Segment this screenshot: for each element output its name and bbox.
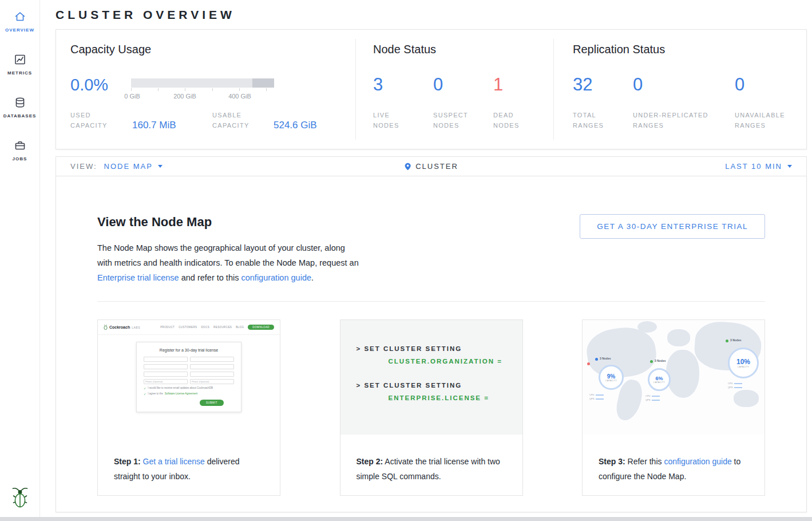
cluster-summary-card: Capacity Usage 0.0% 0 GiB 200 GiB 400 Gi… xyxy=(56,29,807,149)
cockroach-labs-mini-logo: CockroachLABS xyxy=(104,325,140,330)
page-bottom-edge xyxy=(0,517,812,521)
used-capacity-value: 160.7 MiB xyxy=(132,120,212,131)
usable-capacity-value: 524.6 GiB xyxy=(274,120,317,131)
sidebar-item-metrics[interactable]: METRICS xyxy=(0,53,39,76)
cockroachdb-logo xyxy=(11,486,29,512)
sidebar-item-label: JOBS xyxy=(13,156,27,161)
cluster-breadcrumb[interactable]: CLUSTER xyxy=(404,162,458,171)
axis-tick-label: 200 GiB xyxy=(173,93,196,100)
capacity-gauge: 6% CAPACITY xyxy=(648,368,671,391)
configuration-guide-link[interactable]: configuration guide xyxy=(664,457,731,466)
database-icon xyxy=(14,96,26,109)
trial-signup-screenshot: CockroachLABS PRODUCT CUSTOMERS DOCS RES… xyxy=(98,320,280,435)
capacity-gauge: 10% CAPACITY xyxy=(728,348,759,378)
usable-capacity-label: USABLECAPACITY xyxy=(212,110,274,131)
enterprise-trial-license-link[interactable]: Enterprise trial license xyxy=(97,273,179,282)
admin-ui: OVERVIEW METRICS DATABASES JOBS xyxy=(0,0,812,521)
chevron-down-icon xyxy=(787,165,792,168)
mini-site-nav: PRODUCT CUSTOMERS DOCS RESOURCES BLOG DO… xyxy=(160,325,274,330)
main-content: CLUSTER OVERVIEW Capacity Usage 0.0% 0 G… xyxy=(40,0,812,521)
step-3-caption: Step 3: Refer this configuration guide t… xyxy=(583,435,765,484)
total-ranges-stat: 32 TOTALRANGES xyxy=(573,76,633,131)
sql-commands-snippet: > SET CLUSTER SETTING CLUSTER.ORGANIZATI… xyxy=(340,320,522,435)
sidebar-item-overview[interactable]: OVERVIEW xyxy=(0,10,39,33)
view-bar: VIEW: NODE MAP CLUSTER LAST 10 MIN xyxy=(56,156,807,176)
capacity-bar-reserved-segment xyxy=(252,78,274,88)
view-selector-dropdown[interactable]: NODE MAP xyxy=(104,162,163,171)
live-node-dot xyxy=(650,360,653,363)
axis-tick-label: 400 GiB xyxy=(228,93,251,100)
dead-node-dot xyxy=(587,362,590,365)
capacity-gauge: 9% CAPACITY xyxy=(599,365,624,390)
node-map-title: View the Node Map xyxy=(97,214,361,230)
configuration-guide-link[interactable]: configuration guide xyxy=(241,273,311,282)
mini-download-button: DOWNLOAD xyxy=(248,325,274,330)
capacity-usage-section: Capacity Usage 0.0% 0 GiB 200 GiB 400 Gi… xyxy=(56,30,355,149)
location-pin-icon xyxy=(404,163,411,171)
sidebar-item-label: OVERVIEW xyxy=(5,27,34,33)
step-3-card: 3 Nodes 9% CAPACITY CPU QPS 3 Nodes xyxy=(582,319,765,496)
sidebar: OVERVIEW METRICS DATABASES JOBS xyxy=(0,0,40,521)
node-map-preview: 3 Nodes 9% CAPACITY CPU QPS 3 Nodes xyxy=(583,320,765,435)
live-node-dot xyxy=(726,340,728,342)
replication-status-title: Replication Status xyxy=(573,43,806,56)
content-divider xyxy=(97,301,765,302)
node-status-section: Node Status 3 LIVENODES 0 SUSPECTNODES xyxy=(356,30,553,149)
capacity-used-percent: 0.0% xyxy=(70,76,131,104)
step-2-card: > SET CLUSTER SETTING CLUSTER.ORGANIZATI… xyxy=(340,319,523,496)
jobs-icon xyxy=(14,139,26,152)
chevron-down-icon xyxy=(158,165,163,168)
sidebar-item-label: METRICS xyxy=(7,70,32,76)
dead-nodes-stat: 1 DEADNODES xyxy=(493,76,553,131)
step-2-caption: Step 2: Activate the trial license with … xyxy=(340,435,522,484)
axis-tick-label: 0 GiB xyxy=(124,93,140,100)
metrics-icon xyxy=(14,53,26,66)
node-status-title: Node Status xyxy=(373,43,553,56)
view-label: VIEW: xyxy=(70,162,97,171)
live-nodes-stat: 3 LIVENODES xyxy=(373,76,433,131)
trial-registration-form: Register for a 30-day trial license Phon… xyxy=(136,342,241,412)
live-node-dot xyxy=(595,358,598,361)
node-map-card: View the Node Map The Node Map shows the… xyxy=(56,176,807,512)
capacity-bar-chart: 0 GiB 200 GiB 400 GiB xyxy=(131,78,274,104)
sidebar-item-jobs[interactable]: JOBS xyxy=(0,139,39,161)
node-map-description: The Node Map shows the geographical layo… xyxy=(97,240,361,285)
capacity-bar xyxy=(131,78,274,88)
sidebar-item-databases[interactable]: DATABASES xyxy=(0,96,39,119)
page-title: CLUSTER OVERVIEW xyxy=(56,8,807,22)
unavailable-ranges-stat: 0 UNAVAILABLERANGES xyxy=(735,76,785,131)
enterprise-trial-button[interactable]: GET A 30-DAY ENTERPRISE TRIAL xyxy=(580,214,765,239)
get-trial-license-link[interactable]: Get a trial license xyxy=(143,457,205,466)
step-1-caption: Step 1: Get a trial license delivered st… xyxy=(98,435,280,484)
home-icon xyxy=(14,10,26,23)
used-capacity-label: USEDCAPACITY xyxy=(70,110,132,131)
under-replicated-ranges-stat: 0 UNDER-REPLICATEDRANGES xyxy=(633,76,735,131)
time-range-selector[interactable]: LAST 10 MIN xyxy=(725,162,806,171)
replication-status-section: Replication Status 32 TOTALRANGES 0 UNDE… xyxy=(554,30,806,149)
sidebar-item-label: DATABASES xyxy=(3,113,37,119)
capacity-usage-title: Capacity Usage xyxy=(70,43,355,56)
suspect-nodes-stat: 0 SUSPECTNODES xyxy=(433,76,493,131)
step-1-card: CockroachLABS PRODUCT CUSTOMERS DOCS RES… xyxy=(97,319,280,496)
